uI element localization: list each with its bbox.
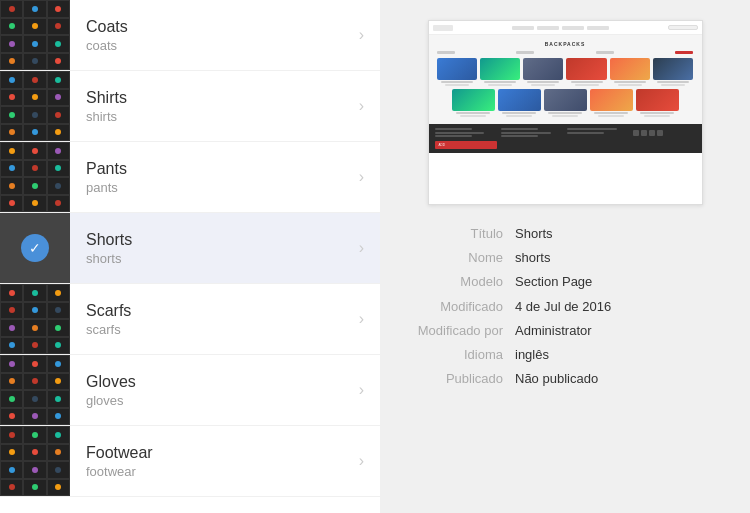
item-title: Coats <box>86 18 343 36</box>
list-item[interactable]: Coats coats › <box>0 0 380 71</box>
item-slug: pants <box>86 180 343 195</box>
mockup-nav <box>456 26 665 30</box>
mockup-topbar <box>429 21 702 35</box>
nome-label: Nome <box>405 249 515 267</box>
detail-info-table: Título Shorts Nome shorts Modelo Section… <box>405 225 725 394</box>
modificado-por-label: Modificado por <box>405 322 515 340</box>
nome-value: shorts <box>515 249 550 267</box>
chevron-icon: › <box>359 381 380 399</box>
list-item[interactable]: Gloves gloves › <box>0 355 380 426</box>
item-slug: footwear <box>86 464 343 479</box>
modificado-label: Modificado <box>405 298 515 316</box>
detail-nome-row: Nome shorts <box>405 249 725 267</box>
list-item[interactable]: Scarfs scarfs › <box>0 284 380 355</box>
titulo-label: Título <box>405 225 515 243</box>
mockup-logo <box>433 25 453 31</box>
mockup-products-row1 <box>437 58 694 86</box>
item-content: Scarfs scarfs <box>70 288 359 351</box>
item-title: Footwear <box>86 444 343 462</box>
chevron-icon: › <box>359 26 380 44</box>
item-content: Shirts shirts <box>70 75 359 138</box>
chevron-icon: › <box>359 97 380 115</box>
mockup-footer: ADD <box>429 124 702 153</box>
publicado-value: Não publicado <box>515 370 598 388</box>
left-panel: Coats coats › Shirts shirt <box>0 0 380 513</box>
mockup-search <box>668 25 698 30</box>
item-thumbnail <box>0 355 70 425</box>
active-check-icon: ✓ <box>21 234 49 262</box>
detail-modificado-por-row: Modificado por Administrator <box>405 322 725 340</box>
item-slug: gloves <box>86 393 343 408</box>
item-title: Scarfs <box>86 302 343 320</box>
item-content: Shorts shorts <box>70 217 359 280</box>
item-title: Shorts <box>86 231 343 249</box>
page-preview: BACKPACKS <box>428 20 703 205</box>
item-thumbnail <box>0 71 70 141</box>
detail-titulo-row: Título Shorts <box>405 225 725 243</box>
mockup-filter-bar <box>437 51 694 54</box>
chevron-icon: › <box>359 452 380 470</box>
chevron-icon: › <box>359 168 380 186</box>
modelo-value: Section Page <box>515 273 592 291</box>
list-item[interactable]: Pants pants › <box>0 142 380 213</box>
item-content: Coats coats <box>70 4 359 67</box>
chevron-icon: › <box>359 239 380 257</box>
item-thumbnail-active: ✓ <box>0 213 70 283</box>
detail-idioma-row: Idioma inglês <box>405 346 725 364</box>
item-content: Gloves gloves <box>70 359 359 422</box>
mockup-products-row2 <box>437 89 694 117</box>
idioma-label: Idioma <box>405 346 515 364</box>
idioma-value: inglês <box>515 346 549 364</box>
titulo-value: Shorts <box>515 225 553 243</box>
item-thumbnail <box>0 426 70 496</box>
right-panel: BACKPACKS <box>380 0 750 513</box>
chevron-icon: › <box>359 310 380 328</box>
item-title: Pants <box>86 160 343 178</box>
detail-publicado-row: Publicado Não publicado <box>405 370 725 388</box>
item-title: Shirts <box>86 89 343 107</box>
detail-modelo-row: Modelo Section Page <box>405 273 725 291</box>
item-slug: coats <box>86 38 343 53</box>
modificado-por-value: Administrator <box>515 322 592 340</box>
item-thumbnail <box>0 0 70 70</box>
modelo-label: Modelo <box>405 273 515 291</box>
mockup-content: BACKPACKS <box>429 35 702 124</box>
detail-modificado-row: Modificado 4 de Jul de 2016 <box>405 298 725 316</box>
item-content: Pants pants <box>70 146 359 209</box>
list-item[interactable]: Footwear footwear › <box>0 426 380 497</box>
list-item[interactable]: Shirts shirts › <box>0 71 380 142</box>
item-thumbnail <box>0 142 70 212</box>
item-slug: shirts <box>86 109 343 124</box>
modificado-value: 4 de Jul de 2016 <box>515 298 611 316</box>
item-thumbnail <box>0 284 70 354</box>
mockup-page-title: BACKPACKS <box>437 41 694 47</box>
item-slug: shorts <box>86 251 343 266</box>
publicado-label: Publicado <box>405 370 515 388</box>
item-slug: scarfs <box>86 322 343 337</box>
list-item-active[interactable]: ✓ Shorts shorts › <box>0 213 380 284</box>
item-content: Footwear footwear <box>70 430 359 493</box>
item-title: Gloves <box>86 373 343 391</box>
mockup: BACKPACKS <box>429 21 702 204</box>
